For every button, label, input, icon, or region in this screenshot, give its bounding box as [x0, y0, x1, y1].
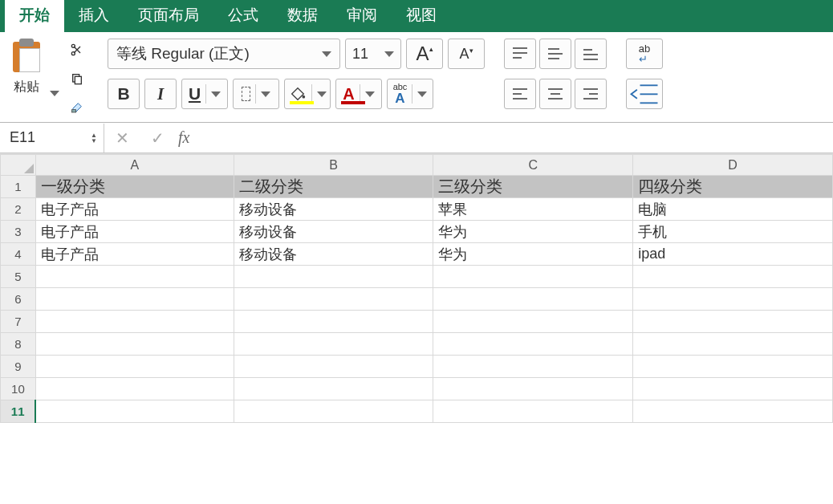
cell-D3[interactable]: 手机 — [633, 221, 833, 243]
grow-font-button[interactable]: A▴ — [406, 39, 443, 69]
row-header-2[interactable]: 2 — [1, 198, 36, 221]
cell-C6[interactable] — [433, 288, 633, 311]
select-all-corner[interactable] — [1, 155, 36, 176]
cell-C1[interactable]: 三级分类 — [433, 176, 633, 198]
cancel-formula-button[interactable]: ✕ — [104, 128, 140, 148]
col-header-D[interactable]: D — [633, 155, 833, 176]
col-header-A[interactable]: A — [35, 155, 234, 176]
bold-button[interactable]: B — [108, 79, 140, 109]
paste-dropdown[interactable] — [45, 39, 61, 119]
paste-icon[interactable] — [8, 39, 45, 74]
cell-B1[interactable]: 二级分类 — [234, 176, 433, 198]
row-header-4[interactable]: 4 — [1, 243, 36, 266]
row-header-6[interactable]: 6 — [1, 288, 36, 311]
cell-D6[interactable] — [633, 288, 833, 311]
cell-B9[interactable] — [234, 356, 433, 378]
cell-D7[interactable] — [633, 311, 833, 333]
cell-C2[interactable]: 苹果 — [433, 198, 633, 221]
align-top-button[interactable] — [504, 39, 536, 69]
fill-color-button[interactable] — [284, 79, 331, 109]
align-right-button[interactable] — [575, 79, 607, 109]
cell-C11[interactable] — [433, 400, 633, 423]
col-header-B[interactable]: B — [234, 155, 433, 176]
cell-A10[interactable] — [35, 378, 234, 400]
paste-label[interactable]: 粘贴 — [14, 79, 39, 96]
cell-A7[interactable] — [35, 311, 234, 333]
cell-B4[interactable]: 移动设备 — [234, 243, 433, 266]
ribbon-tab-1[interactable]: 插入 — [64, 0, 124, 32]
cell-B2[interactable]: 移动设备 — [234, 198, 433, 221]
cell-A4[interactable]: 电子产品 — [35, 243, 234, 266]
row-header-1[interactable]: 1 — [1, 176, 36, 198]
row-header-5[interactable]: 5 — [1, 266, 36, 288]
cell-D2[interactable]: 电脑 — [633, 198, 833, 221]
align-left-button[interactable] — [504, 79, 536, 109]
font-size-selector[interactable]: 11 — [345, 39, 401, 69]
shrink-font-button[interactable]: A▾ — [448, 39, 485, 69]
ribbon-tab-2[interactable]: 页面布局 — [124, 0, 213, 32]
italic-button[interactable]: I — [144, 79, 177, 109]
cell-B3[interactable]: 移动设备 — [234, 221, 433, 243]
cell-C9[interactable] — [433, 356, 633, 378]
cell-D4[interactable]: ipad — [633, 243, 833, 266]
font-name-selector[interactable]: 等线 Regular (正文) — [108, 39, 340, 69]
name-box[interactable]: E11 ▲▼ — [0, 124, 104, 152]
ribbon-tab-3[interactable]: 公式 — [213, 0, 273, 32]
cell-A3[interactable]: 电子产品 — [35, 221, 234, 243]
cell-B7[interactable] — [234, 311, 433, 333]
cell-C4[interactable]: 华为 — [433, 243, 633, 266]
cell-A5[interactable] — [35, 266, 234, 288]
align-center-button[interactable] — [539, 79, 571, 109]
align-bottom-button[interactable] — [575, 39, 607, 69]
spreadsheet-grid[interactable]: ABCD1一级分类二级分类三级分类四级分类2电子产品移动设备苹果电脑3电子产品移… — [0, 153, 833, 423]
row-header-9[interactable]: 9 — [1, 356, 36, 378]
decrease-indent-button[interactable] — [626, 79, 663, 109]
cell-A8[interactable] — [35, 333, 234, 356]
cell-B8[interactable] — [234, 333, 433, 356]
row-header-10[interactable]: 10 — [1, 378, 36, 400]
border-button[interactable] — [233, 79, 279, 109]
underline-button[interactable]: U — [181, 79, 228, 109]
ribbon-tab-6[interactable]: 视图 — [392, 0, 451, 32]
align-middle-button[interactable] — [539, 39, 571, 69]
col-header-C[interactable]: C — [433, 155, 633, 176]
cell-B11[interactable] — [234, 400, 433, 423]
accept-formula-button[interactable]: ✓ — [140, 128, 175, 148]
cell-A6[interactable] — [35, 288, 234, 311]
wrap-text-button[interactable]: ab↵ — [626, 39, 663, 69]
cell-A1[interactable]: 一级分类 — [35, 176, 234, 198]
fx-label[interactable]: fx — [178, 128, 189, 147]
ribbon-tab-0[interactable]: 开始 — [5, 0, 64, 32]
cell-C5[interactable] — [433, 266, 633, 288]
cell-D10[interactable] — [633, 378, 833, 400]
row-header-11[interactable]: 11 — [1, 400, 36, 423]
font-color-button[interactable]: A — [335, 79, 382, 109]
name-box-spinner[interactable]: ▲▼ — [91, 132, 97, 144]
ribbon-tab-4[interactable]: 数据 — [273, 0, 332, 32]
cell-D1[interactable]: 四级分类 — [633, 176, 833, 198]
cell-B6[interactable] — [234, 288, 433, 311]
ribbon-tab-5[interactable]: 审阅 — [332, 0, 392, 32]
cell-D9[interactable] — [633, 356, 833, 378]
cell-D11[interactable] — [633, 400, 833, 423]
cell-B10[interactable] — [234, 378, 433, 400]
copy-button[interactable] — [66, 67, 88, 90]
cell-C3[interactable]: 华为 — [433, 221, 633, 243]
cell-C7[interactable] — [433, 311, 633, 333]
row-header-8[interactable]: 8 — [1, 333, 36, 356]
cell-D5[interactable] — [633, 266, 833, 288]
cell-B5[interactable] — [234, 266, 433, 288]
formula-input[interactable] — [197, 124, 833, 152]
cell-C8[interactable] — [433, 333, 633, 356]
row-header-7[interactable]: 7 — [1, 311, 36, 333]
cell-A2[interactable]: 电子产品 — [35, 198, 234, 221]
char-style-button[interactable]: abcA — [387, 79, 433, 109]
cell-C10[interactable] — [433, 378, 633, 400]
row-header-3[interactable]: 3 — [1, 221, 36, 243]
cell-A11[interactable] — [35, 400, 234, 423]
cell-A9[interactable] — [35, 356, 234, 378]
format-painter-button[interactable] — [66, 96, 88, 119]
cut-button[interactable] — [66, 39, 88, 61]
cell-D8[interactable] — [633, 333, 833, 356]
chevron-down-icon — [322, 51, 331, 57]
